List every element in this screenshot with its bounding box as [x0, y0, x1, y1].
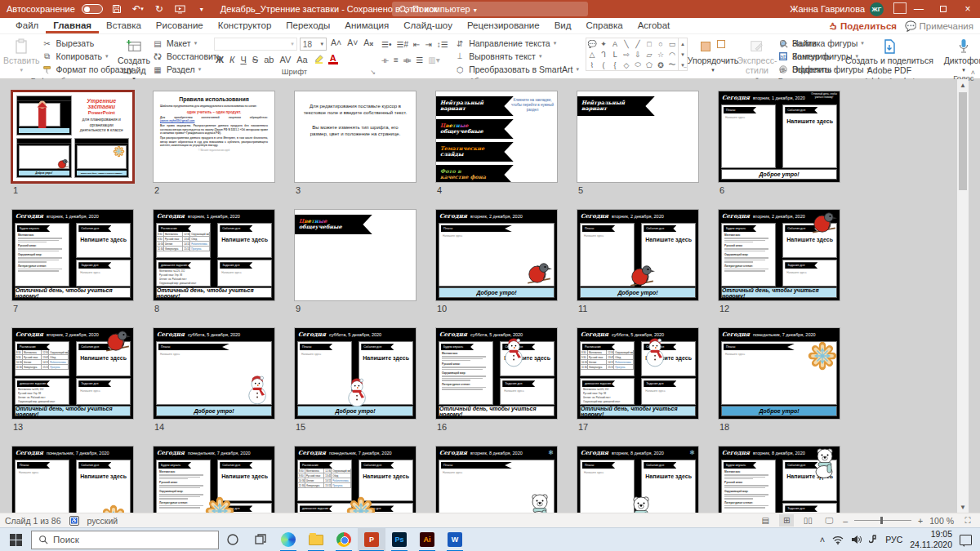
save-icon[interactable] [109, 2, 124, 16]
language-indicator[interactable]: русский [87, 516, 118, 526]
columns-icon[interactable]: ▥▾ [428, 56, 439, 64]
underline-button[interactable]: Ч [238, 55, 247, 64]
align-text-button[interactable]: ⟘Выровнять текст▾ [454, 51, 579, 62]
redo-icon[interactable]: ↻ [152, 2, 167, 16]
tray-expand-icon[interactable]: ˄ [820, 535, 825, 544]
slide-thumbnail-5[interactable]: Нейтральныйвариант [577, 91, 699, 183]
undo-icon[interactable]: ↶▾ [131, 2, 145, 16]
fit-slide-icon[interactable]: ⛶ [960, 514, 975, 527]
quick-styles-button[interactable]: Экспресс-стили▾ [738, 36, 776, 82]
slide-thumbnail-21[interactable]: Сегодняпонедельник, 7 декабря, 2020Распи… [294, 446, 416, 513]
minimize-button[interactable]: — [906, 0, 931, 18]
align-center-icon[interactable]: ≡ [394, 56, 399, 64]
ribbon-tab-Главная[interactable]: Главная [46, 19, 99, 33]
start-slideshow-icon[interactable] [173, 2, 188, 16]
office-search-box[interactable]: Поиск [392, 2, 588, 16]
slide-thumbnail-16[interactable]: Сегоднясуббота, 5 декабря, 2020Будем изу… [435, 327, 558, 420]
scroll-down-icon[interactable]: ▼ [957, 501, 969, 513]
restore-button[interactable] [931, 0, 956, 18]
clock[interactable]: 19:0524.11.2020 [910, 529, 952, 549]
vertical-scrollbar[interactable]: ▲ ▼ [957, 79, 969, 513]
slide-sorter-view-icon[interactable]: ⊞ [779, 514, 794, 527]
bold-button[interactable]: Ж [214, 55, 225, 64]
slide-thumbnail-11[interactable]: Сегоднявторник, 2 декабря, 2020ПланыНапи… [577, 209, 699, 301]
slide-thumbnail-17[interactable]: Сегоднясуббота, 5 декабря, 2020Расписани… [577, 327, 699, 420]
start-button[interactable] [0, 528, 31, 551]
replace-button[interactable]: abЗаменить▾ [777, 51, 838, 62]
collapse-ribbon-icon[interactable]: ˄ [971, 69, 975, 77]
align-right-icon[interactable]: ⟚ [403, 56, 411, 65]
slide-sorter-area[interactable]: Утренние заставкиPowerPointдля планирова… [0, 79, 969, 513]
normal-view-icon[interactable]: ▤ [758, 514, 773, 527]
increase-indent-icon[interactable]: ⇥ [425, 40, 431, 49]
ribbon-tab-Вид[interactable]: Вид [547, 19, 579, 33]
scrollbar-thumb[interactable] [959, 92, 967, 190]
slide-thumbnail-9[interactable]: Цветныеобщеучебные [294, 209, 416, 301]
photoshop-icon[interactable]: Ps [385, 528, 413, 551]
action-center-icon[interactable] [960, 535, 972, 545]
powerpoint-icon[interactable]: P [358, 528, 385, 551]
text-direction-button[interactable]: ⇵Направление текста▾ [454, 38, 579, 49]
numbering-icon[interactable]: ☰# [396, 40, 408, 49]
file-explorer-icon[interactable] [302, 528, 330, 551]
slide-thumbnail-23[interactable]: Сегоднявторник, 8 декабря, 2020❄ПланыНап… [577, 446, 699, 513]
illustrator-icon[interactable]: Ai [413, 528, 441, 551]
slide-thumbnail-10[interactable]: Сегоднявторник, 2 декабря, 2020ПланыНапи… [435, 209, 558, 301]
slide-thumbnail-12[interactable]: Сегоднявторник, 2 декабря, 2020Будем изу… [718, 209, 840, 301]
autosave-toggle[interactable] [82, 4, 103, 14]
language-tray[interactable]: РУС [885, 535, 902, 544]
font-dialog-launcher[interactable]: ↘ [370, 69, 376, 76]
slide-thumbnail-18[interactable]: Сегодняпонедельник, 7 декабря, 2020Планы… [718, 327, 840, 420]
slide-thumbnail-20[interactable]: Сегодняпонедельник, 7 декабря, 2020Будем… [153, 446, 275, 513]
ribbon-display-options-icon[interactable] [893, 2, 906, 14]
ribbon-tab-Рецензирование[interactable]: Рецензирование [460, 19, 547, 33]
taskbar-search-box[interactable]: Поиск [31, 531, 219, 549]
scroll-up-icon[interactable]: ▲ [957, 79, 969, 91]
ribbon-tab-Вставка[interactable]: Вставка [99, 19, 149, 33]
slide-thumbnail-7[interactable]: Сегоднявторник, 1 декабря, 2020Будем изу… [11, 209, 134, 301]
comments-button[interactable]: 💬 Примечания [905, 20, 973, 32]
slide-thumbnail-24[interactable]: Сегоднявторник, 8 декабря, 2020Будем изу… [718, 446, 840, 513]
slide-thumbnail-1[interactable]: Утренние заставкиPowerPointдля планирова… [11, 91, 134, 183]
ribbon-tab-Конструктор[interactable]: Конструктор [211, 19, 279, 33]
strikethrough-button[interactable]: S [251, 55, 260, 64]
slide-thumbnail-15[interactable]: Сегоднясуббота, 5 декабря, 2020ПланыНапи… [294, 327, 416, 420]
select-button[interactable]: ▻Выделить▾ [777, 64, 838, 75]
zoom-slider[interactable] [854, 520, 911, 521]
slide-thumbnail-6[interactable]: Сегоднявторник, 1 декабря, 2020Отличный … [718, 91, 840, 183]
shadow-button[interactable]: ab [262, 55, 275, 64]
chrome-icon[interactable] [330, 528, 358, 551]
account-area[interactable]: Жанна Гаврилова ЖГ [790, 0, 884, 18]
ribbon-tab-Анимация[interactable]: Анимация [337, 19, 396, 33]
word-icon[interactable]: W [441, 528, 469, 551]
share-button[interactable]: 🖒 Поделиться [828, 21, 897, 31]
char-spacing-button[interactable]: AV [278, 55, 292, 64]
ribbon-tab-Acrobat[interactable]: Acrobat [630, 19, 678, 33]
ribbon-tab-Справка[interactable]: Справка [579, 19, 630, 33]
customize-toolbar-icon[interactable]: ▾ [194, 2, 209, 16]
task-view-icon[interactable] [247, 528, 274, 551]
cortana-icon[interactable] [219, 528, 247, 551]
zoom-in-icon[interactable]: + [918, 516, 923, 526]
slideshow-view-icon[interactable]: 🖵 [822, 514, 836, 527]
slide-thumbnail-19[interactable]: Сегодняпонедельник, 7 декабря, 2020Планы… [11, 446, 134, 513]
shapes-gallery[interactable]: 💬✦A╲╱□○▭ △ᒉᒪ⇨⇩▱☆◠ ⌇({◇⬭⬠✪〜 [586, 38, 679, 71]
slide-thumbnail-2[interactable]: Правила использованияШаблоны предназначе… [153, 91, 275, 183]
edge-icon[interactable] [274, 528, 302, 551]
grow-font-icon[interactable]: A˄ [329, 38, 343, 51]
paste-button[interactable]: Вставить▾ [3, 36, 40, 73]
ribbon-tab-Рисование[interactable]: Рисование [149, 19, 211, 33]
font-color-icon[interactable]: А [328, 54, 338, 64]
slide-thumbnail-8[interactable]: Сегоднявторник, 1 декабря, 2020Расписани… [153, 209, 275, 301]
font-size-combo[interactable]: 18▾ [300, 38, 327, 51]
shapes-gallery-scroll[interactable]: ▲▼▼̲ [679, 38, 688, 71]
ribbon-tab-Слайд-шоу[interactable]: Слайд-шоу [396, 19, 460, 33]
ribbon-tab-Файл[interactable]: Файл [8, 19, 46, 33]
decrease-indent-icon[interactable]: ⇤ [413, 40, 420, 49]
slide-thumbnail-3[interactable]: Для редактирования поставьте курсор в те… [294, 91, 416, 183]
align-left-icon[interactable]: ⟛ [381, 56, 389, 65]
reading-view-icon[interactable]: ▯▯ [800, 514, 815, 527]
bullets-icon[interactable]: ☰• [381, 40, 391, 49]
arrange-button[interactable]: Упорядочить▾ [689, 36, 737, 73]
slide-thumbnail-22[interactable]: Сегоднявторник, 8 декабря, 2020❄ПланыНап… [435, 446, 558, 513]
